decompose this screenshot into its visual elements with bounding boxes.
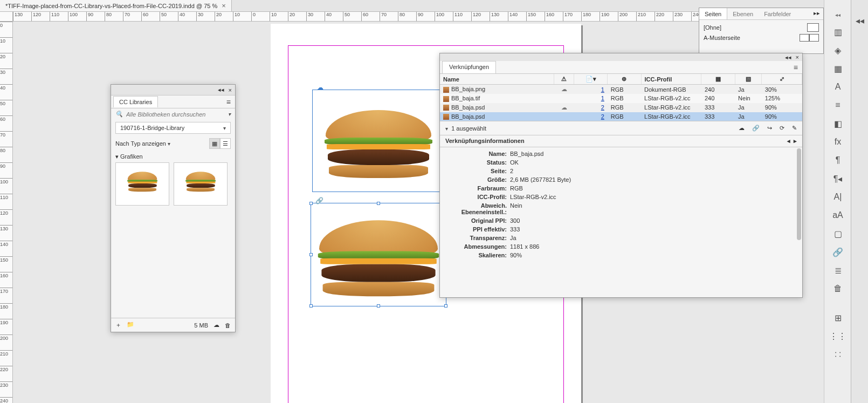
paragraph-styles-icon[interactable]: ¶◂ [824,169,851,188]
col-name[interactable]: Name [440,74,554,85]
prev-link-button[interactable]: ◂ [787,138,790,144]
tab-pages[interactable]: Seiten [699,8,727,19]
pages-panel-icon[interactable]: ▥ [824,23,851,41]
align-panel-icon[interactable]: ≣ [824,261,851,279]
resize-handle[interactable] [309,202,313,205]
cloud-link-icon: ☁ [317,84,323,91]
update-link-icon[interactable]: ⟳ [780,125,784,132]
master-a-row[interactable]: A-Musterseite [704,33,819,43]
next-link-button[interactable]: ▸ [794,138,797,144]
library-size: 5 MB [194,322,208,329]
layers-panel-icon[interactable]: ◈ [824,41,851,59]
list-view-button[interactable]: ☰ [220,138,231,149]
collapse-icon[interactable]: ◂◂ [785,54,791,61]
links-tab[interactable]: Verknüpfungen [442,61,496,73]
library-search[interactable]: 🔍 ▾ [111,108,235,120]
resize-handle[interactable] [309,304,313,308]
close-icon[interactable]: × [796,54,799,60]
selected-count: 1 ausgewählt [451,125,486,132]
document-tab-title: *TIFF-Image-placed-from-CC-Library-vs-Pl… [5,3,217,9]
col-trans-icon[interactable]: ▧ [735,74,762,85]
panel-header[interactable]: ◂◂ × [440,53,802,61]
collapse-icon[interactable]: ◂◂ [218,86,224,93]
expand-icon[interactable]: ▸▸ [810,8,823,19]
library-asset-thumb[interactable] [174,162,228,206]
placed-image-1[interactable]: ☁ [312,90,445,192]
folder-icon[interactable]: 📁 [127,321,134,329]
document-tab[interactable]: *TIFF-Image-placed-from-CC-Library-vs-Pl… [0,0,232,11]
link-row[interactable]: BB_baja.psd☁2RGBLStar-RGB-v2.icc333Ja90% [440,103,802,112]
search-icon: 🔍 [115,111,123,118]
chevron-down-icon[interactable]: ▾ [228,111,231,117]
preflight-icon[interactable]: ⊞ [824,309,851,327]
col-status-icon[interactable]: ⚠ [554,74,574,85]
char-styles-icon[interactable]: A| [824,188,851,206]
info-eff-ppi: 333 [510,226,520,233]
relink-cloud-icon[interactable]: ☁ [739,125,745,132]
swatches-panel-icon[interactable]: ▦ [824,59,851,78]
scrollbar[interactable] [797,148,801,240]
info-icc: LStar-RGB-v2.icc [510,194,556,200]
goto-link-icon[interactable]: ↪ [767,125,772,132]
paragraph-panel-icon[interactable]: ¶ [824,151,851,169]
grid-view-button[interactable]: ▦ [209,138,220,149]
tab-swatches[interactable]: Farbfelder [759,8,796,19]
col-icc[interactable]: ICC-Profil [641,74,701,85]
object-styles-icon[interactable]: aA [824,206,851,224]
search-input[interactable] [126,111,225,118]
view-mode-buttons: ▦ ☰ [209,138,231,149]
master-none-row[interactable]: [Ohne] [704,22,819,33]
cc-libraries-icon[interactable]: ▢ [824,224,851,243]
library-name: 190716-1-Bridge-Library [120,125,184,131]
library-asset-thumb[interactable] [115,162,169,206]
cc-libraries-tab[interactable]: CC Libraries [113,96,158,107]
ruler-origin[interactable] [0,12,13,22]
stroke-panel-icon[interactable]: ≡ [824,96,851,114]
col-ppi-icon[interactable]: ▦ [701,74,735,85]
relink-icon[interactable]: 🔗 [752,125,760,132]
col-page-icon[interactable]: 📄▾ [574,74,608,85]
chevron-down-icon: ▾ [223,125,226,131]
expand-dock-icon[interactable]: ◂◂ [824,12,851,23]
info-orig-ppi: 300 [510,217,520,224]
resize-handle[interactable] [309,253,313,256]
resize-handle[interactable] [377,304,380,308]
glyphs-panel-icon[interactable]: A [824,78,851,96]
link-row[interactable]: BB_baja.png☁1RGBDokument-RGB240Ja30% [440,85,802,94]
vertical-ruler[interactable]: 0102030405060708090100110120130140150160… [0,22,13,403]
links-panel: ◂◂ × Verknüpfungen ≡ Name ⚠ 📄▾ ⊕ ICC-Pro… [439,53,803,298]
info-scale: 90% [510,252,522,258]
tab-layers[interactable]: Ebenen [727,8,759,19]
effects-panel-icon[interactable]: fx [824,133,851,151]
resize-handle[interactable] [444,304,447,308]
scripts-icon[interactable]: ⸬ [824,345,851,364]
link-row[interactable]: BB_baja.psd2RGBLStar-RGB-v2.icc333Ja90% [440,112,802,121]
color-panel-icon[interactable]: ◧ [824,114,851,133]
sort-by-type[interactable]: Nach Typ anzeigen ▾ [115,140,170,147]
link-info-title: Verknüpfungsinformationen [445,138,525,145]
master-none-label: [Ohne] [704,24,721,31]
add-asset-button[interactable]: ＋ [115,321,121,329]
resize-handle[interactable] [377,202,380,205]
links-panel-icon[interactable]: 🔗 [824,243,851,261]
trash-icon[interactable]: 🗑 [225,322,231,329]
close-icon[interactable]: × [229,87,232,93]
collapse-outer-icon[interactable]: ◂◂ [851,12,868,29]
cloud-sync-icon[interactable]: ☁ [213,322,219,329]
library-dropdown[interactable]: 190716-1-Bridge-Library ▾ [115,122,231,134]
panel-menu-icon[interactable]: ≡ [789,61,802,73]
chevron-down-icon[interactable]: ▾ [445,126,448,132]
section-header-graphics[interactable]: ▾ Grafiken [111,151,235,162]
col-scale-icon[interactable]: ⤢ [762,74,802,85]
trash-icon[interactable]: 🗑 [824,279,851,298]
edit-original-icon[interactable]: ✎ [792,125,797,132]
placed-image-2-selected[interactable]: 🔗 [311,203,446,306]
panel-header[interactable]: ◂◂ × [111,85,235,95]
col-colorspace-icon[interactable]: ⊕ [608,74,641,85]
close-icon[interactable]: × [222,2,226,10]
links-table: Name ⚠ 📄▾ ⊕ ICC-Profil ▦ ▧ ⤢ BB_baja.png… [440,74,802,121]
link-row[interactable]: BB_baja.tif1RGBLStar-RGB-v2.icc240Nein12… [440,94,802,103]
panel-menu-icon[interactable]: ≡ [224,98,233,106]
right-dock-outer: ◂◂ [851,0,868,403]
separations-icon[interactable]: ⋮⋮ [824,327,851,345]
